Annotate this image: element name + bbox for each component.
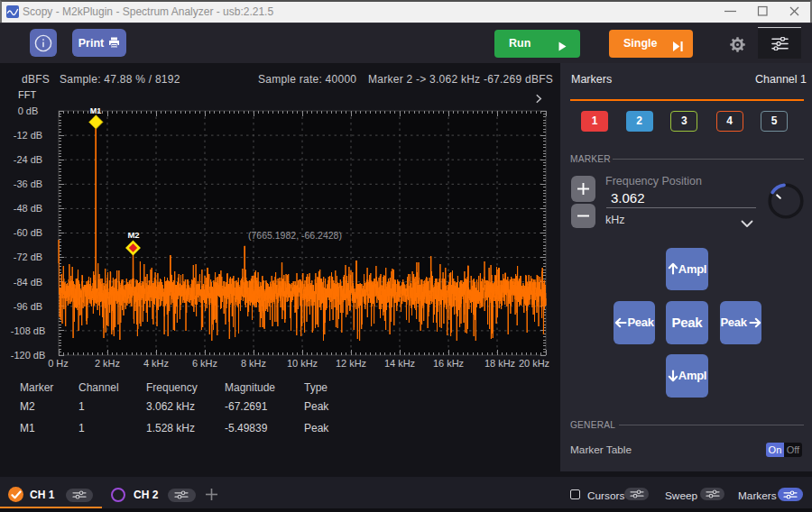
svg-text:12 kHz: 12 kHz [336, 358, 366, 369]
svg-text:14 kHz: 14 kHz [384, 358, 415, 369]
svg-text:18 kHz: 18 kHz [484, 358, 515, 369]
svg-text:10 kHz: 10 kHz [287, 358, 318, 369]
svg-text:M2: M2 [127, 230, 139, 240]
svg-text:-84 dB: -84 dB [14, 277, 42, 288]
svg-text:16 kHz: 16 kHz [433, 358, 464, 369]
svg-text:M1: M1 [90, 106, 102, 115]
svg-text:6 kHz: 6 kHz [192, 358, 217, 369]
svg-text:2 kHz: 2 kHz [95, 358, 120, 369]
svg-text:(7665.1982, -66.2428): (7665.1982, -66.2428) [248, 230, 342, 241]
svg-text:-24 dB: -24 dB [14, 154, 42, 165]
svg-text:-96 dB: -96 dB [14, 301, 42, 312]
svg-text:-108 dB: -108 dB [11, 325, 46, 336]
svg-text:-12 dB: -12 dB [14, 130, 42, 141]
svg-text:-60 dB: -60 dB [14, 227, 42, 238]
svg-text:-120 dB: -120 dB [11, 350, 46, 361]
svg-text:0 dB: 0 dB [18, 105, 39, 116]
svg-text:-48 dB: -48 dB [14, 203, 42, 214]
svg-text:-72 dB: -72 dB [14, 251, 42, 262]
svg-text:0 Hz: 0 Hz [48, 358, 69, 369]
svg-text:8 kHz: 8 kHz [241, 358, 266, 369]
svg-text:-36 dB: -36 dB [14, 178, 42, 189]
svg-text:4 kHz: 4 kHz [143, 358, 169, 369]
svg-text:20 kHz: 20 kHz [519, 358, 549, 369]
